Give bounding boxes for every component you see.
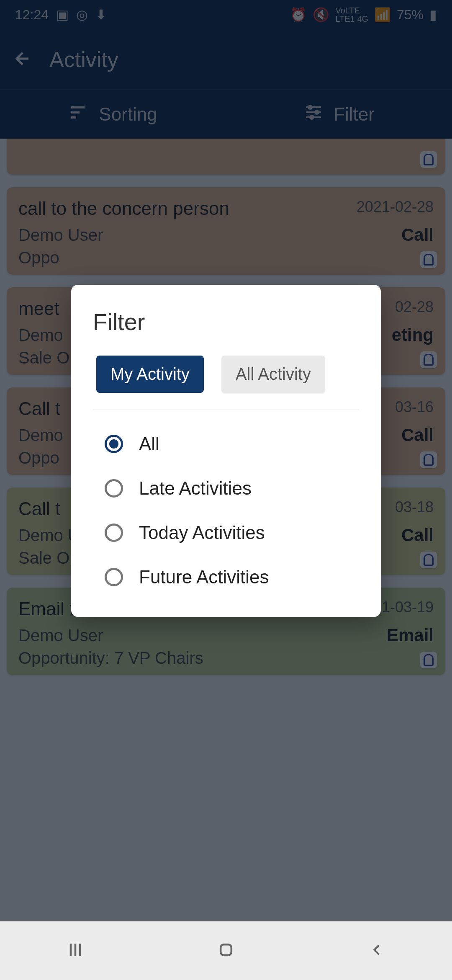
tab-my-activity[interactable]: My Activity	[96, 356, 204, 393]
dialog-title: Filter	[93, 308, 359, 335]
home-icon[interactable]	[217, 941, 235, 961]
filter-tabs: My Activity All Activity	[93, 356, 359, 410]
option-label: Late Activities	[139, 478, 252, 499]
option-label: All	[139, 433, 159, 454]
filter-option-late[interactable]: Late Activities	[105, 478, 359, 499]
filter-option-all[interactable]: All	[105, 433, 359, 454]
svg-rect-12	[221, 944, 231, 955]
tab-all-activity[interactable]: All Activity	[221, 356, 325, 393]
recents-icon[interactable]	[66, 941, 85, 961]
radio-unselected-icon	[105, 479, 123, 498]
filter-option-future[interactable]: Future Activities	[105, 567, 359, 588]
radio-unselected-icon	[105, 524, 123, 542]
back-icon[interactable]	[367, 941, 386, 961]
filter-options: All Late Activities Today Activities Fut…	[93, 433, 359, 588]
option-label: Future Activities	[139, 567, 269, 588]
radio-selected-icon	[105, 435, 123, 453]
filter-option-today[interactable]: Today Activities	[105, 522, 359, 543]
filter-dialog: Filter My Activity All Activity All Late…	[71, 285, 381, 617]
modal-overlay[interactable]: Filter My Activity All Activity All Late…	[0, 0, 452, 980]
radio-unselected-icon	[105, 568, 123, 586]
system-navbar	[0, 921, 452, 980]
option-label: Today Activities	[139, 522, 265, 543]
